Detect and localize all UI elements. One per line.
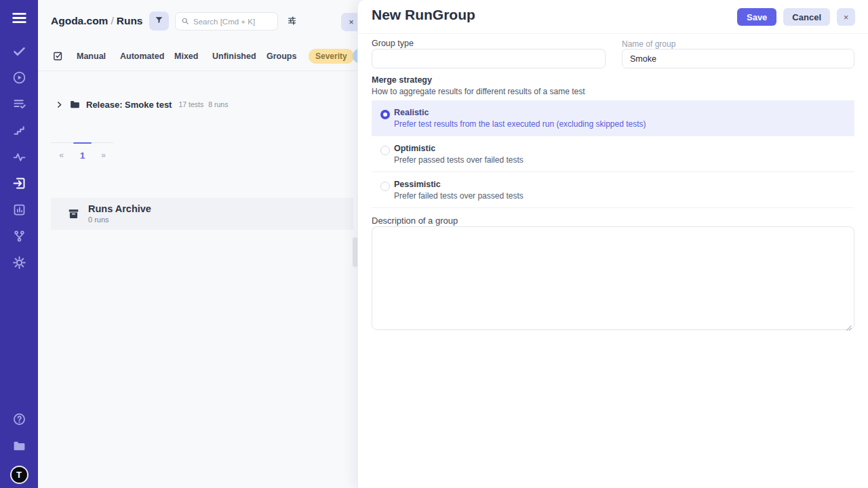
help-circle-icon — [12, 412, 26, 429]
sidebar-item-analytics[interactable] — [0, 198, 38, 224]
panel-close-button[interactable]: × — [341, 13, 357, 31]
tab-groups[interactable]: Groups — [267, 52, 296, 61]
option-description: Prefer test results from the last execut… — [394, 119, 646, 129]
tabs-divider — [38, 70, 357, 71]
drawer-close-button[interactable]: × — [837, 8, 855, 26]
pagination-page-1[interactable]: 1 — [72, 143, 93, 161]
group-type-label: Group type — [372, 39, 414, 48]
activity-pulse-icon — [12, 150, 26, 167]
merge-strategy-hint: How to aggregate results for different r… — [372, 87, 585, 96]
filter-tabs: Manual Automated Mixed Unfinished Groups… — [38, 47, 357, 66]
gear-icon — [12, 256, 26, 272]
pagination-prev[interactable]: « — [51, 143, 72, 161]
merge-option-realistic[interactable]: Realistic Prefer test results from the l… — [372, 100, 854, 136]
sign-in-icon — [12, 176, 26, 193]
option-description: Prefer passed tests over failed tests — [394, 155, 524, 165]
archive-title: Runs Archive — [88, 204, 151, 215]
app-root: T Agoda.com/Runs × Manual Automated Mixe… — [0, 0, 868, 488]
sidebar-item-milestones[interactable] — [0, 119, 38, 145]
run-group-title[interactable]: Release: Smoke test — [86, 100, 172, 110]
option-title: Pessimistic — [394, 180, 441, 189]
sidebar-item-settings[interactable] — [0, 251, 38, 277]
breadcrumb: Agoda.com/Runs — [51, 15, 142, 27]
name-of-group-input[interactable] — [622, 49, 854, 68]
description-textarea[interactable] — [372, 226, 854, 330]
folder-icon — [69, 99, 81, 110]
close-icon: × — [349, 17, 354, 27]
tab-unfinished[interactable]: Unfinished — [212, 52, 256, 61]
check-icon — [12, 44, 26, 61]
tests-count: 17 tests — [178, 100, 203, 108]
description-label: Description of a group — [372, 216, 458, 226]
drawer-header: New RunGroup Save Cancel × — [358, 0, 868, 34]
page-title: New RunGroup — [372, 7, 475, 23]
menu-button[interactable] — [0, 4, 38, 34]
search-icon — [181, 16, 189, 28]
merge-strategy-options: Realistic Prefer test results from the l… — [372, 100, 854, 208]
sidebar-item-projects[interactable] — [0, 434, 38, 461]
sidebar-item-tests[interactable] — [0, 39, 38, 66]
group-type-input[interactable] — [372, 49, 606, 68]
sidebar-item-account[interactable]: T — [0, 461, 38, 488]
hamburger-icon — [12, 11, 26, 28]
clipped-badge[interactable] — [353, 49, 357, 63]
steps-icon — [12, 123, 26, 140]
name-of-group-label: Name of group — [622, 39, 675, 49]
sliders-icon — [287, 16, 297, 28]
folder-icon — [12, 439, 26, 456]
description-field-wrap — [372, 226, 854, 330]
new-rungroup-drawer: New RunGroup Save Cancel × Group type Na… — [357, 0, 868, 488]
archive-box-icon — [67, 207, 80, 220]
archive-text: Runs Archive 0 runs — [88, 204, 151, 224]
sidebar-item-runs[interactable] — [0, 66, 38, 92]
search-input[interactable] — [193, 18, 272, 26]
sidebar-item-entry[interactable] — [0, 171, 38, 198]
breadcrumb-page[interactable]: Runs — [117, 15, 143, 26]
runs-count: 8 runs — [208, 100, 228, 108]
tab-manual[interactable]: Manual — [77, 52, 106, 61]
merge-option-optimistic[interactable]: Optimistic Prefer passed tests over fail… — [372, 136, 854, 172]
filter-button[interactable] — [149, 12, 169, 30]
merge-option-pessimistic[interactable]: Pessimistic Prefer failed tests over pas… — [372, 172, 854, 208]
sidebar-item-activity[interactable] — [0, 145, 38, 171]
pagination: « 1 » — [51, 142, 114, 161]
avatar: T — [10, 466, 28, 484]
chevron-right-icon[interactable] — [55, 99, 66, 110]
adjustments-button[interactable] — [283, 14, 300, 30]
radio-unselected-icon[interactable] — [380, 182, 390, 191]
list-check-icon — [12, 97, 26, 114]
header-actions: Save Cancel × — [737, 8, 855, 26]
sidebar-item-help[interactable] — [0, 407, 38, 434]
option-description: Prefer failed tests over passed tests — [394, 191, 524, 201]
runs-archive-row[interactable]: Runs Archive 0 runs — [51, 198, 353, 230]
play-circle-icon — [12, 70, 26, 87]
funnel-icon — [155, 15, 163, 27]
breadcrumb-separator: / — [108, 15, 116, 26]
tab-automated[interactable]: Automated — [120, 52, 164, 61]
merge-strategy-label: Merge strategy — [372, 75, 432, 85]
select-all-icon[interactable] — [52, 50, 64, 64]
run-group-row[interactable]: Release: Smoke test 17 tests 8 runs — [46, 95, 349, 114]
breadcrumb-project[interactable]: Agoda.com — [51, 15, 108, 26]
radio-selected-icon[interactable] — [380, 110, 390, 119]
pagination-next[interactable]: » — [93, 143, 114, 161]
sidebar-item-plans[interactable] — [0, 92, 38, 119]
sidebar: T — [0, 0, 38, 488]
runs-panel: Agoda.com/Runs × Manual Automated Mixed … — [38, 0, 357, 488]
search-box — [175, 12, 278, 30]
tab-mixed[interactable]: Mixed — [174, 52, 198, 61]
archive-subtitle: 0 runs — [88, 216, 151, 224]
sidebar-item-branches[interactable] — [0, 224, 38, 251]
severity-badge[interactable]: Severity — [309, 49, 354, 64]
git-branch-icon — [12, 229, 26, 246]
option-title: Realistic — [394, 108, 429, 117]
cancel-button[interactable]: Cancel — [783, 8, 830, 26]
radio-unselected-icon[interactable] — [380, 146, 390, 155]
option-title: Optimistic — [394, 144, 435, 153]
save-button[interactable]: Save — [737, 8, 776, 26]
bar-chart-icon — [12, 203, 26, 220]
panel-resize-handle[interactable] — [353, 237, 357, 267]
